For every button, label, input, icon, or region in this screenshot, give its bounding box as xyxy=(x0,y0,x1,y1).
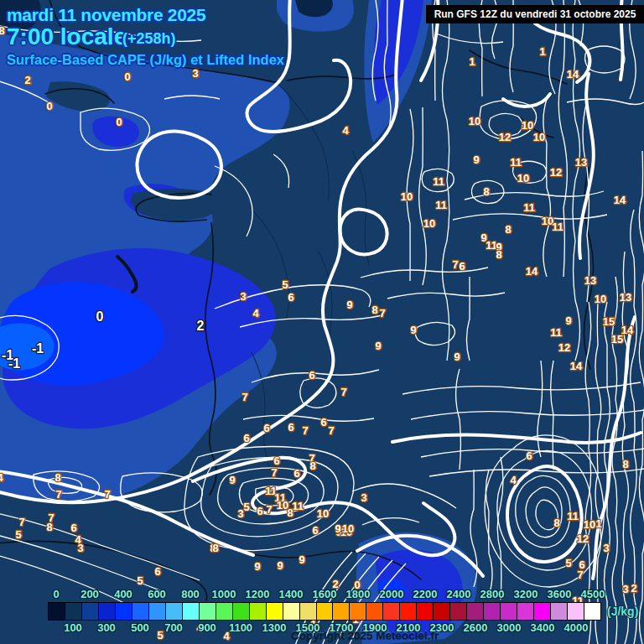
lifted-index-label: 13 xyxy=(620,291,631,304)
colorbar-tick: 200 xyxy=(80,588,99,600)
lifted-index-label: 6 xyxy=(459,260,465,273)
colorbar-tick: 2600 xyxy=(464,621,488,634)
colorbar-tick: 1800 xyxy=(346,588,371,600)
lifted-index-label: 3 xyxy=(622,583,628,595)
colorbar-cell xyxy=(116,603,132,620)
lifted-index-label: 5 xyxy=(243,501,249,513)
colorbar-tick: 900 xyxy=(198,621,216,634)
colorbar-cell xyxy=(149,603,166,620)
lifted-index-label: 8 xyxy=(46,521,52,533)
lifted-index-label: 6 xyxy=(288,291,293,304)
colorbar-tick: 500 xyxy=(131,621,149,634)
lifted-index-label: 9 xyxy=(454,351,460,363)
colorbar-cell xyxy=(216,603,233,620)
colorbar-cell xyxy=(132,603,149,620)
lifted-index-label: 3 xyxy=(240,290,246,303)
lifted-index-label: 1 xyxy=(539,45,545,58)
colorbar-tick: 3400 xyxy=(531,621,555,634)
lifted-index-label: 9 xyxy=(335,522,340,535)
lifted-index-label: 8 xyxy=(483,185,489,198)
colorbar-cell xyxy=(166,603,183,620)
lifted-index-label: 8 xyxy=(55,471,60,484)
lifted-index-label: 9 xyxy=(565,314,571,327)
lifted-index-label: 9 xyxy=(277,559,283,572)
lifted-index-label: 12 xyxy=(558,341,570,354)
lifted-index-label: 11 xyxy=(510,156,522,169)
lifted-index-label: 14 xyxy=(526,265,538,278)
lifted-index-label: 11 xyxy=(523,201,535,214)
colorbar-cell xyxy=(517,603,534,620)
colorbar-cell xyxy=(417,603,434,620)
lifted-index-label: 8 xyxy=(0,24,5,37)
lifted-index-label: 11 xyxy=(550,326,562,339)
colorbar-cell xyxy=(317,603,334,620)
lifted-index-label: 3 xyxy=(77,542,83,554)
lifted-index-label: 10 xyxy=(469,115,480,127)
lifted-index-label: -1 xyxy=(8,356,20,371)
lifted-index-label: 7 xyxy=(302,424,308,437)
colorbar-tick: 1200 xyxy=(246,588,270,600)
colorbar-cell xyxy=(584,603,600,620)
colorbar-tick: 1600 xyxy=(313,588,337,600)
colorbar-unit-label: (J/kg) xyxy=(607,605,638,618)
lifted-index-label: 6 xyxy=(154,565,160,578)
lifted-index-label: 7 xyxy=(18,516,24,528)
lifted-index-label: 0 xyxy=(124,70,130,83)
lifted-index-label: 10 xyxy=(342,522,354,535)
lifted-index-label: 6 xyxy=(257,505,262,517)
colorbar-tick: 3200 xyxy=(514,588,538,600)
colorbar-cell xyxy=(283,603,300,620)
lifted-index-label: 7 xyxy=(328,424,334,437)
lifted-index-label: 2 xyxy=(197,319,205,333)
colorbar-cell xyxy=(400,603,417,620)
lifted-index-label: 11 xyxy=(433,175,444,188)
lifted-index-label: 5 xyxy=(565,557,571,569)
lifted-index-label: 6 xyxy=(293,467,299,480)
colorbar-tick: 1100 xyxy=(229,621,252,634)
lifted-index-label: 10 xyxy=(517,172,529,184)
lifted-index-label: 8 xyxy=(309,460,315,472)
lifted-index-label: 4 xyxy=(252,307,259,319)
lifted-index-label: 9 xyxy=(410,324,416,336)
lifted-index-label: 9 xyxy=(346,299,352,311)
lifted-index-label: 5 xyxy=(137,574,143,587)
map-subtitle: Surface-Based CAPE (J/kg) et Lifted Inde… xyxy=(7,52,284,68)
lifted-index-label: 6 xyxy=(526,449,532,462)
lifted-index-label: 12 xyxy=(499,131,511,143)
colorbar-cell xyxy=(99,603,116,620)
lifted-index-label: 13 xyxy=(575,156,587,169)
lifted-index-label: 15 xyxy=(603,315,615,328)
lifted-index-label: 0 xyxy=(46,100,52,112)
lifted-index-label: 7 xyxy=(340,386,346,398)
lifted-index-label: 3 xyxy=(237,507,243,520)
lifted-index-label: 7 xyxy=(577,569,583,581)
lifted-index-label: 3 xyxy=(192,67,198,80)
lifted-index-label: 8 xyxy=(496,248,501,261)
lifted-index-label: 6 xyxy=(320,416,326,428)
colorbar-cell xyxy=(267,603,283,620)
colorbar-tick: 400 xyxy=(114,588,132,600)
lifted-index-label: 0 xyxy=(96,309,104,324)
lifted-index-label: 6 xyxy=(243,432,249,444)
lifted-index-label: 1 xyxy=(469,55,475,68)
lifted-index-label: 14 xyxy=(567,68,579,80)
colorbar-cell xyxy=(467,603,484,620)
lifted-index-label: 11 xyxy=(435,199,447,211)
run-info-box: Run GFS 12Z du vendredi 31 octobre 2025 xyxy=(426,5,644,23)
lifted-index-label: 9 xyxy=(254,560,260,573)
colorbar-cell xyxy=(300,603,317,620)
lifted-index-label: 7 xyxy=(379,307,385,319)
lifted-index-label: 7 xyxy=(452,258,458,271)
cape-colorbar xyxy=(48,602,601,621)
lifted-index-label: 10 xyxy=(584,518,595,531)
colorbar-tick: 0 xyxy=(53,588,59,600)
lifted-index-label: 3 xyxy=(603,542,609,554)
colorbar-tick: 4500 xyxy=(581,588,605,600)
colorbar-tick: 300 xyxy=(97,621,116,634)
colorbar-cell xyxy=(383,603,400,620)
weather-map-page: 8230001114410101012911131110128101114111… xyxy=(0,0,644,644)
lifted-index-label: 6 xyxy=(263,422,269,434)
lifted-index-label: 2 xyxy=(631,582,636,595)
lifted-index-label: 12 xyxy=(550,166,562,179)
lifted-index-label: 9 xyxy=(229,474,235,486)
